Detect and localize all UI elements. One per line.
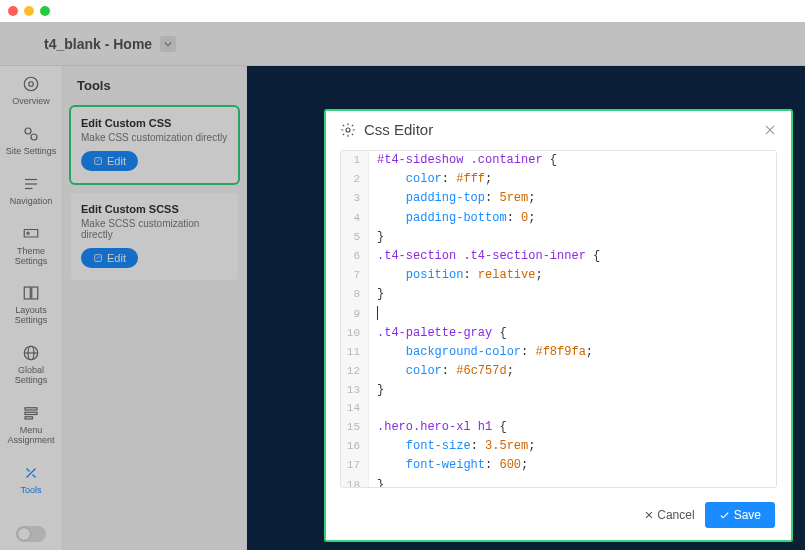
vnav-global-settings[interactable]: Global Settings — [0, 335, 62, 395]
gear-icon — [340, 122, 356, 138]
vnav-menu-assignment[interactable]: Menu Assignment — [0, 395, 62, 455]
vnav-label: Tools — [20, 486, 41, 496]
gears-icon — [21, 124, 41, 144]
modal-footer: Cancel Save — [326, 494, 791, 540]
vnav-label: Site Settings — [6, 147, 57, 157]
edit-icon — [93, 253, 103, 263]
mac-max-dot[interactable] — [40, 6, 50, 16]
edit-button-label: Edit — [107, 155, 126, 167]
palette-icon — [21, 224, 41, 244]
page-header: t4_blank - Home — [0, 22, 805, 66]
close-icon — [763, 123, 777, 137]
tools-header: Tools — [63, 66, 246, 103]
modal-header: Css Editor — [326, 111, 791, 146]
page-switch-dropdown[interactable] — [160, 36, 176, 52]
menu-icon — [21, 403, 41, 423]
chevron-down-icon — [164, 40, 172, 48]
edit-css-button[interactable]: Edit — [81, 151, 138, 171]
svg-point-7 — [27, 232, 29, 234]
theme-toggle[interactable] — [16, 526, 46, 542]
card-edit-custom-scss: Edit Custom SCSS Make SCSS customization… — [71, 193, 238, 280]
svg-rect-13 — [25, 408, 37, 410]
svg-point-0 — [24, 77, 38, 91]
edit-button-label: Edit — [107, 252, 126, 264]
page-title: t4_blank - Home — [44, 36, 152, 52]
vnav-site-settings[interactable]: Site Settings — [0, 116, 62, 166]
vnav-label: Theme Settings — [2, 247, 60, 267]
vertical-nav: Overview Site Settings Navigation Theme … — [0, 66, 63, 550]
svg-rect-9 — [32, 287, 38, 299]
globe-icon — [21, 343, 41, 363]
vnav-label: Navigation — [10, 197, 53, 207]
edit-icon — [93, 156, 103, 166]
vnav-tools[interactable]: Tools — [0, 455, 62, 505]
cancel-label: Cancel — [657, 508, 694, 522]
vnav-label: Global Settings — [2, 366, 60, 386]
card-subtitle: Make SCSS customization directly — [81, 218, 228, 240]
vnav-overview[interactable]: Overview — [0, 66, 62, 116]
card-title: Edit Custom CSS — [81, 117, 228, 129]
svg-rect-15 — [25, 417, 33, 419]
tools-panel: Tools Edit Custom CSS Make CSS customiza… — [63, 66, 247, 550]
close-icon — [644, 510, 654, 520]
mac-window-bar — [0, 0, 805, 22]
vnav-navigation[interactable]: Navigation — [0, 166, 62, 216]
vnav-layouts-settings[interactable]: Layouts Settings — [0, 275, 62, 335]
vnav-label: Layouts Settings — [2, 306, 60, 326]
tools-icon — [21, 463, 41, 483]
svg-point-2 — [25, 128, 31, 134]
mac-min-dot[interactable] — [24, 6, 34, 16]
code-editor[interactable]: 1#t4-sideshow .container {2 color: #fff;… — [340, 150, 777, 488]
card-title: Edit Custom SCSS — [81, 203, 228, 215]
save-label: Save — [734, 508, 761, 522]
svg-rect-8 — [24, 287, 30, 299]
vnav-theme-settings[interactable]: Theme Settings — [0, 216, 62, 276]
modal-close-button[interactable] — [763, 123, 777, 137]
modal-title: Css Editor — [364, 121, 433, 138]
svg-point-18 — [346, 128, 350, 132]
mac-close-dot[interactable] — [8, 6, 18, 16]
edit-scss-button[interactable]: Edit — [81, 248, 138, 268]
svg-point-3 — [31, 134, 37, 140]
svg-point-1 — [29, 82, 34, 87]
vnav-label: Overview — [12, 97, 50, 107]
nav-icon — [21, 174, 41, 194]
vnav-label: Menu Assignment — [2, 426, 60, 446]
card-edit-custom-css: Edit Custom CSS Make CSS customization d… — [71, 107, 238, 183]
save-button[interactable]: Save — [705, 502, 775, 528]
eye-icon — [21, 74, 41, 94]
cancel-button[interactable]: Cancel — [644, 508, 694, 522]
svg-rect-14 — [25, 412, 37, 414]
check-icon — [719, 510, 730, 521]
css-editor-modal: Css Editor 1#t4-sideshow .container {2 c… — [324, 109, 793, 542]
layouts-icon — [21, 283, 41, 303]
card-subtitle: Make CSS customization directly — [81, 132, 228, 143]
